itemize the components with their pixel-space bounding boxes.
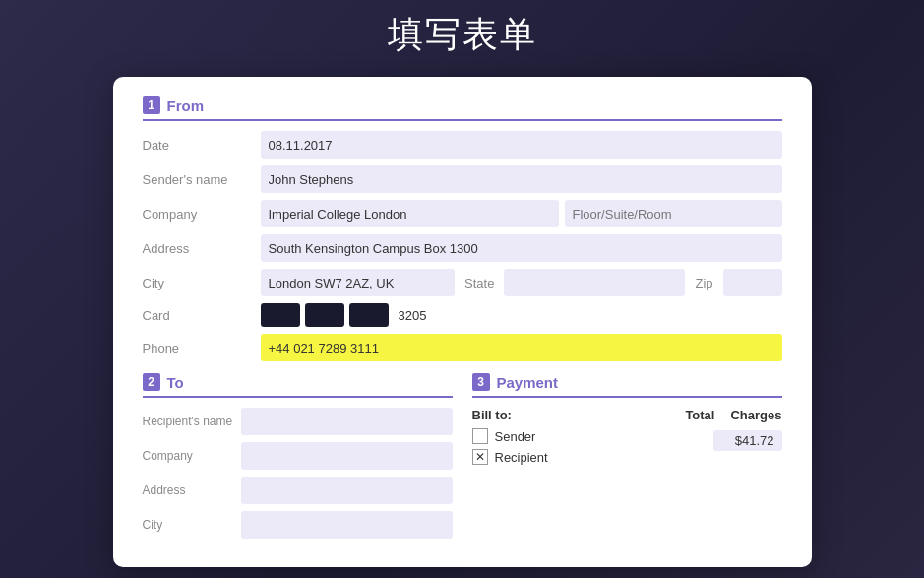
address-input[interactable] <box>261 234 782 262</box>
recipient-checkbox-row[interactable]: ✕ Recipient <box>472 449 656 465</box>
to-address-input[interactable] <box>241 477 453 504</box>
card-block-2 <box>305 303 344 327</box>
company-input[interactable] <box>261 200 559 227</box>
to-company-input[interactable] <box>241 442 453 470</box>
card-fields: 3205 <box>261 303 782 327</box>
to-address-label: Address <box>143 483 241 497</box>
section-to-header: 2 To <box>143 373 453 398</box>
to-company-label: Company <box>143 449 241 463</box>
sender-name-input[interactable] <box>261 165 782 193</box>
city-row: City State Zip <box>143 269 782 296</box>
sender-name-label: Sender's name <box>143 172 261 187</box>
to-company-row: Company <box>143 442 453 470</box>
bottom-sections: 2 To Recipient's name Company Address Ci… <box>143 373 782 546</box>
state-label: State <box>464 276 494 290</box>
phone-row: Phone <box>143 334 782 361</box>
city-input[interactable] <box>261 269 456 296</box>
card-block-1 <box>261 303 300 327</box>
to-address-row: Address <box>143 477 453 504</box>
date-input[interactable] <box>261 131 782 159</box>
section-to: 2 To Recipient's name Company Address Ci… <box>143 373 453 546</box>
section-payment-header: 3 Payment <box>472 373 782 398</box>
section-from-badge: 1 <box>143 96 160 114</box>
bill-to-col: Bill to: Sender ✕ Recipient <box>472 408 656 470</box>
to-city-row: City <box>143 511 453 539</box>
page-title: 填写表单 <box>388 11 537 59</box>
company-label: Company <box>143 207 261 222</box>
recipient-row: Recipient's name <box>143 408 453 435</box>
phone-input[interactable] <box>261 334 782 361</box>
recipient-input[interactable] <box>241 408 453 435</box>
sender-checkbox-row[interactable]: Sender <box>472 428 656 444</box>
section-payment-badge: 3 <box>472 373 490 391</box>
floor-input[interactable] <box>565 200 782 227</box>
card-label: Card <box>143 308 261 323</box>
card-last4: 3205 <box>399 308 427 323</box>
sender-name-row: Sender's name <box>143 165 782 193</box>
recipient-label: Recipient's name <box>143 415 241 428</box>
card-block-3 <box>349 303 389 327</box>
total-label: Total <box>685 408 714 422</box>
section-payment: 3 Payment Bill to: Sender ✕ Recipient <box>472 373 782 546</box>
section-to-title: To <box>167 374 184 391</box>
section-to-badge: 2 <box>143 373 160 391</box>
charges-label: Charges <box>730 408 781 422</box>
bill-to-label: Bill to: <box>472 408 656 422</box>
section-from-title: From <box>167 97 205 114</box>
recipient-checkbox[interactable]: ✕ <box>472 449 488 465</box>
to-city-input[interactable] <box>241 511 453 539</box>
company-fields <box>261 200 782 227</box>
payment-content: Bill to: Sender ✕ Recipient Tota <box>472 408 782 470</box>
city-label: City <box>143 276 261 290</box>
card-row: Card 3205 <box>143 303 782 327</box>
section-payment-title: Payment <box>497 374 559 391</box>
address-label: Address <box>143 241 261 256</box>
recipient-label: Recipient <box>495 450 548 465</box>
zip-label: Zip <box>695 276 712 290</box>
section-from-header: 1 From <box>143 96 782 121</box>
date-label: Date <box>143 138 261 153</box>
charges-amount: $41.72 <box>713 430 782 451</box>
form-card: 1 From Date Sender's name Company Addres… <box>113 77 812 567</box>
total-col: Total Charges $41.72 <box>685 408 781 470</box>
phone-label: Phone <box>143 341 261 355</box>
company-row: Company <box>143 200 782 227</box>
state-input[interactable] <box>504 269 685 296</box>
to-city-label: City <box>143 518 241 532</box>
zip-input[interactable] <box>723 269 782 296</box>
sender-label: Sender <box>495 429 536 444</box>
date-row: Date <box>143 131 782 159</box>
address-row: Address <box>143 234 782 262</box>
city-fields: State Zip <box>261 269 782 296</box>
sender-checkbox[interactable] <box>472 428 488 444</box>
